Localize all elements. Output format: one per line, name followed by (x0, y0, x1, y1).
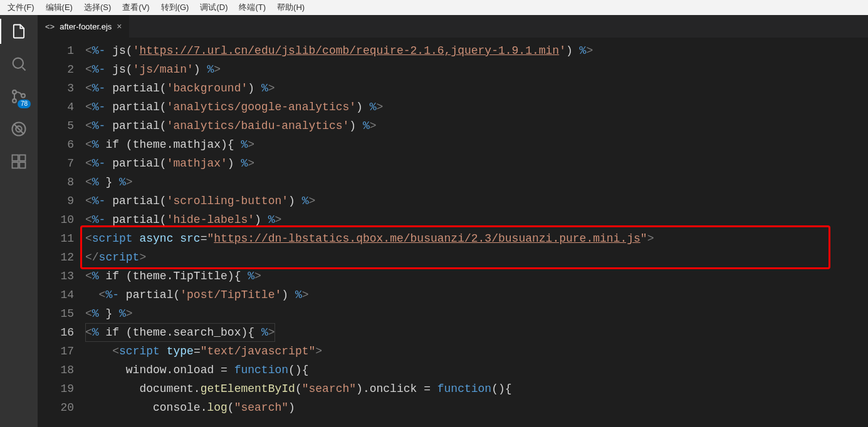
line-number: 7 (44, 154, 74, 173)
code-line[interactable]: </script> (85, 248, 868, 267)
line-number: 8 (44, 173, 74, 192)
extensions-icon[interactable] (9, 152, 29, 172)
main-area: 78 <> after-footer.ejs × 123456789101112… (0, 15, 868, 427)
code-line[interactable]: <%- partial('analytics/google-analytics'… (85, 98, 868, 116)
code-line[interactable]: <%- partial('background') %> (85, 79, 868, 98)
tabbar: <> after-footer.ejs × (38, 15, 868, 38)
scm-badge: 78 (18, 100, 31, 108)
debug-icon[interactable] (9, 119, 29, 139)
code-line[interactable]: window.onload = function(){ (85, 361, 868, 379)
code-line[interactable]: <% if (theme.TipTitle){ %> (85, 267, 868, 286)
code-line[interactable]: <%- partial('scrolling-button') %> (85, 192, 868, 210)
line-number: 18 (44, 361, 74, 379)
code-line[interactable]: <%- js('https://7.url.cn/edu/jslib/comb/… (85, 41, 868, 60)
scm-icon[interactable]: 78 (9, 86, 29, 106)
tab-after-footer[interactable]: <> after-footer.ejs × (38, 15, 130, 38)
tab-filename: after-footer.ejs (60, 22, 112, 31)
line-number: 3 (44, 79, 74, 98)
svg-point-3 (21, 94, 25, 98)
menu-selection[interactable]: 选择(S) (80, 1, 115, 14)
svg-point-2 (13, 99, 16, 103)
code-editor[interactable]: 1234567891011121314151617181920 <%- js('… (38, 38, 868, 427)
menu-file[interactable]: 文件(F) (4, 1, 38, 14)
line-number: 5 (44, 116, 74, 135)
code-line[interactable]: <%- partial('post/TipTitle') %> (85, 286, 868, 304)
code-line[interactable]: <%- partial('analytics/baidu-analytics')… (85, 116, 868, 135)
code-line[interactable]: <% if (theme.mathjax){ %> (85, 135, 868, 154)
menu-terminal[interactable]: 终端(T) (235, 1, 269, 14)
line-number: 19 (44, 379, 74, 398)
ejs-file-icon: <> (45, 22, 55, 31)
code-line[interactable]: <% } %> (85, 304, 868, 323)
line-number: 4 (44, 98, 74, 116)
line-number-gutter: 1234567891011121314151617181920 (38, 38, 85, 427)
menu-debug[interactable]: 调试(D) (196, 1, 231, 14)
code-line[interactable]: <%- partial('hide-labels') %> (85, 210, 868, 229)
code-line[interactable]: <%- partial('mathjax') %> (85, 154, 868, 173)
line-number: 14 (44, 286, 74, 304)
svg-rect-8 (19, 162, 25, 168)
menu-help[interactable]: 帮助(H) (273, 1, 308, 14)
menu-goto[interactable]: 转到(G) (157, 1, 193, 14)
code-line[interactable]: <script async src="https://dn-lbstatics.… (85, 229, 868, 248)
search-icon[interactable] (9, 54, 29, 74)
svg-point-0 (13, 58, 23, 68)
tab-close-icon[interactable]: × (117, 22, 122, 31)
code-line[interactable]: document.getElementById("search").onclic… (85, 379, 868, 398)
menubar: 文件(F) 编辑(E) 选择(S) 查看(V) 转到(G) 调试(D) 终端(T… (0, 0, 868, 15)
line-number: 9 (44, 192, 74, 210)
activity-bar: 78 (0, 15, 38, 427)
code-line[interactable]: <% } %> (85, 173, 868, 192)
editor-area: <> after-footer.ejs × 123456789101112131… (38, 15, 868, 427)
line-number: 10 (44, 210, 74, 229)
code-line[interactable]: <%- js('js/main') %> (85, 60, 868, 79)
code-line[interactable]: <% if (theme.search_box){ %> (85, 323, 868, 342)
line-number: 17 (44, 342, 74, 361)
svg-rect-9 (19, 155, 25, 161)
line-number: 15 (44, 304, 74, 323)
menu-edit[interactable]: 编辑(E) (42, 1, 76, 14)
line-number: 11 (44, 229, 74, 248)
line-number: 6 (44, 135, 74, 154)
line-number: 12 (44, 248, 74, 267)
svg-point-1 (13, 90, 16, 94)
line-number: 16 (44, 323, 74, 342)
line-number: 13 (44, 267, 74, 286)
explorer-icon[interactable] (9, 21, 29, 41)
code-content[interactable]: <%- js('https://7.url.cn/edu/jslib/comb/… (85, 38, 868, 427)
line-number: 2 (44, 60, 74, 79)
svg-rect-7 (13, 162, 18, 168)
line-number: 20 (44, 398, 74, 417)
code-line[interactable]: console.log("search") (85, 398, 868, 417)
code-line[interactable]: <script type="text/javascript"> (85, 342, 868, 361)
line-number: 1 (44, 41, 74, 60)
menu-view[interactable]: 查看(V) (118, 1, 153, 14)
svg-rect-6 (13, 155, 18, 161)
